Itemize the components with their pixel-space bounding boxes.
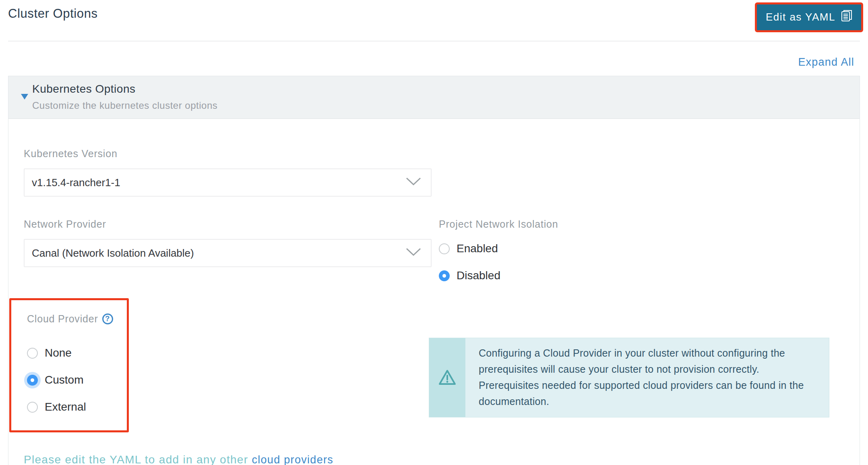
radio-option-disabled[interactable]: Disabled — [439, 269, 844, 282]
edit-as-yaml-button[interactable]: Edit as YAML — [755, 2, 863, 32]
expand-all-link[interactable]: Expand All — [798, 56, 854, 68]
edit-as-yaml-label: Edit as YAML — [766, 11, 835, 23]
kubernetes-options-form: Kubernetes Version v1.15.4-rancher1-1 Ne… — [8, 148, 860, 465]
section-title: Kubernetes Options — [32, 83, 860, 95]
radio-button[interactable] — [439, 270, 450, 281]
radio-option-enabled[interactable]: Enabled — [439, 242, 844, 255]
radio-option-none[interactable]: None — [27, 347, 113, 359]
chevron-down-icon — [405, 247, 422, 259]
kubernetes-options-section-toggle[interactable]: Kubernetes Options Customize the kuberne… — [8, 76, 860, 119]
highlight-box-cloud-provider: Cloud Provider ? None Custom External — [9, 298, 129, 432]
warning-icon — [429, 338, 465, 417]
radio-option-external[interactable]: External — [27, 401, 113, 413]
cluster-options-page: Cluster Options Edit as YAML Expand All … — [0, 0, 868, 465]
cloud-providers-link[interactable]: cloud providers — [252, 454, 333, 465]
clipboard-icon — [841, 9, 853, 25]
network-provider-select[interactable]: Canal (Network Isolation Available) — [24, 239, 432, 267]
help-icon[interactable]: ? — [102, 313, 113, 324]
radio-button[interactable] — [439, 243, 450, 254]
caret-down-icon — [21, 94, 28, 100]
cloud-provider-label: Cloud Provider ? — [27, 313, 113, 325]
network-provider-label: Network Provider — [24, 218, 432, 230]
kubernetes-version-select[interactable]: v1.15.4-rancher1-1 — [24, 168, 432, 197]
cloud-provider-warning-banner: Configuring a Cloud Provider in your clu… — [429, 338, 829, 417]
kubernetes-version-label: Kubernetes Version — [24, 148, 844, 160]
yaml-edit-note: Please edit the YAML to add in any other… — [24, 453, 844, 465]
warning-text: Configuring a Cloud Provider in your clu… — [465, 338, 829, 417]
section-subtitle: Customize the kubernetes cluster options — [32, 100, 860, 111]
kubernetes-version-value: v1.15.4-rancher1-1 — [32, 176, 120, 189]
header-divider — [8, 41, 860, 42]
radio-button[interactable] — [27, 375, 38, 386]
kubernetes-options-section: Kubernetes Options Customize the kuberne… — [8, 76, 860, 465]
chevron-down-icon — [405, 176, 422, 189]
radio-option-custom[interactable]: Custom — [27, 374, 113, 386]
network-provider-value: Canal (Network Isolation Available) — [32, 247, 194, 259]
note-text: Please edit the YAML to add in any other — [24, 453, 252, 465]
radio-button[interactable] — [27, 348, 38, 359]
project-network-isolation-label: Project Network Isolation — [439, 218, 844, 230]
radio-button[interactable] — [27, 402, 38, 413]
page-title: Cluster Options — [8, 0, 860, 23]
